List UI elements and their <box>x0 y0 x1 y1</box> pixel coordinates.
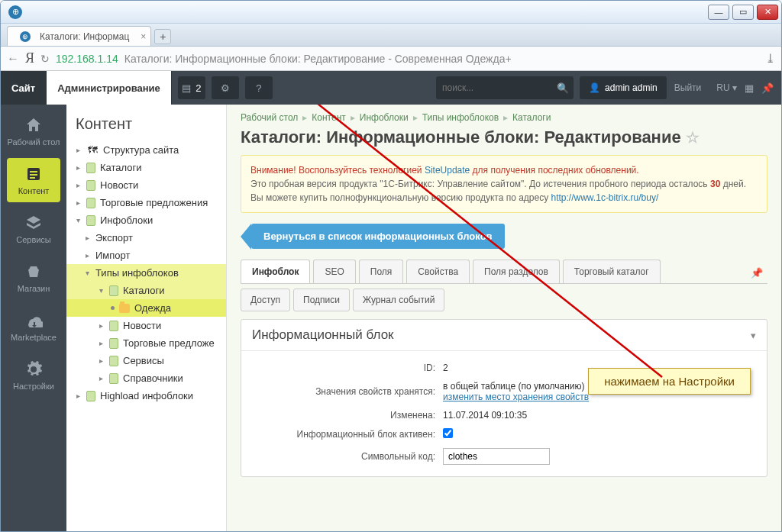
folder-icon <box>119 304 130 313</box>
chat-icon: ▤ <box>182 82 191 94</box>
iblock-panel: Информационный блок ▾ ID:2 Значения свой… <box>241 319 767 477</box>
gear-icon: ⚙ <box>221 82 230 94</box>
admin-topbar: Сайт Администрирование ▤ 2 ⚙ ? 🔍 👤 admin… <box>1 71 781 105</box>
browser-tab[interactable]: ⊕ Каталоги: Информац × <box>7 26 151 46</box>
notifications-button[interactable]: ▤ 2 <box>178 76 205 99</box>
svg-rect-3 <box>30 177 35 179</box>
mode-admin-button[interactable]: Администрирование <box>47 71 172 105</box>
cloud-download-icon <box>24 311 43 330</box>
tree-title: Контент <box>66 112 226 140</box>
tab-properties[interactable]: Свойства <box>406 260 470 283</box>
page-title: Каталоги: Информационные блоки: Редактир… <box>241 127 767 147</box>
back-arrow-icon[interactable]: ← <box>7 52 19 66</box>
tree-item-export[interactable]: ▸Экспорт <box>66 229 226 247</box>
rail-item-services[interactable]: Сервисы <box>7 207 60 251</box>
rail-item-settings[interactable]: Настройки <box>7 353 60 398</box>
basket-icon <box>24 263 43 281</box>
field-modified-value: 11.07.2014 09:10:35 <box>443 410 527 421</box>
reload-icon[interactable]: ↻ <box>40 53 50 65</box>
annotation-callout: нажимаем на Настройки <box>588 368 751 395</box>
mode-site-button[interactable]: Сайт <box>1 71 47 105</box>
tree-item-structure[interactable]: ▸🗺Структура сайта <box>66 140 226 159</box>
panel-heading: Информационный блок <box>252 327 394 343</box>
doc-icon <box>86 163 95 173</box>
search-input[interactable] <box>442 82 557 93</box>
tree-item-type-ref[interactable]: ▸Справочники <box>66 369 226 387</box>
address-host[interactable]: 192.168.1.14 <box>56 53 118 65</box>
rail-item-desktop[interactable]: Рабочий стол <box>7 109 60 153</box>
tree-item-type-services[interactable]: ▸Сервисы <box>66 352 226 369</box>
admin-search[interactable]: 🔍 <box>436 76 574 99</box>
help-button[interactable]: ? <box>245 76 273 99</box>
favicon-icon: ⊕ <box>20 31 31 42</box>
tree-item-type-offers[interactable]: ▸Торговые предложе <box>66 334 226 352</box>
crumb-link[interactable]: Контент <box>312 112 345 123</box>
doc-icon <box>109 285 118 296</box>
window-close-button[interactable]: ✕ <box>757 5 778 20</box>
tree-item-offers[interactable]: ▸Торговые предложения <box>66 194 226 211</box>
buy-link[interactable]: http://www.1c-bitrix.ru/buy/ <box>551 192 659 203</box>
doc-icon <box>86 391 95 401</box>
new-tab-button[interactable]: + <box>154 29 171 44</box>
home-icon <box>24 116 43 134</box>
sitemap-icon: 🗺 <box>86 143 99 156</box>
svg-rect-2 <box>30 174 37 176</box>
doc-icon <box>109 321 118 331</box>
tabs-secondary: Доступ Подписи Журнал событий <box>241 289 767 311</box>
lang-switch[interactable]: RU ▾ <box>709 82 745 93</box>
user-menu-button[interactable]: 👤 admin admin <box>580 76 667 99</box>
crumb-link[interactable]: Каталоги <box>512 112 551 123</box>
tab-trade-catalog[interactable]: Торговый каталог <box>563 260 661 283</box>
back-to-list-button[interactable]: Вернуться в список информационных блоков <box>251 224 505 249</box>
tab-iblock[interactable]: Инфоблок <box>241 260 310 283</box>
tab-captions[interactable]: Подписи <box>293 289 350 311</box>
rail-item-content[interactable]: Контент <box>7 158 60 202</box>
tree-item-news[interactable]: ▸Новости <box>66 176 226 194</box>
crumb-link[interactable]: Рабочий стол <box>241 112 298 123</box>
layers-icon <box>24 214 43 232</box>
collapse-icon[interactable]: ▾ <box>751 330 756 341</box>
tab-close-icon[interactable]: × <box>141 31 146 42</box>
yandex-logo-icon[interactable]: Я <box>25 50 34 66</box>
main-content: Рабочий стол▸ Контент▸ Инфоблоки▸ Типы и… <box>227 105 781 532</box>
rail-item-marketplace[interactable]: Marketplace <box>7 305 60 349</box>
window-titlebar: ⊕ — ▭ ✕ <box>1 1 781 24</box>
change-storage-link[interactable]: изменить место хранения свойств <box>443 392 589 402</box>
calendar-icon[interactable]: ▦ <box>745 82 754 94</box>
doc-icon <box>109 356 118 366</box>
active-checkbox[interactable] <box>443 428 453 438</box>
tree-item-iblock-types[interactable]: ▾Типы инфоблоков <box>66 264 226 282</box>
doc-icon <box>86 198 95 208</box>
trial-notice: Внимание! Воспользуйтесь технологией Sit… <box>241 155 767 213</box>
notifications-count: 2 <box>196 82 201 94</box>
tab-access[interactable]: Доступ <box>241 289 290 311</box>
tree-item-type-news[interactable]: ▸Новости <box>66 317 226 334</box>
crumb-link[interactable]: Типы инфоблоков <box>422 112 499 123</box>
tab-seo[interactable]: SEO <box>313 260 355 283</box>
tab-event-log[interactable]: Журнал событий <box>353 289 444 311</box>
crumb-link[interactable]: Инфоблоки <box>360 112 409 123</box>
download-icon[interactable]: ⤓ <box>765 51 775 66</box>
settings-gear-button[interactable]: ⚙ <box>212 76 239 99</box>
tree-item-highload[interactable]: ▸Highload инфоблоки <box>66 387 226 405</box>
left-rail: Рабочий стол Контент Сервисы Магазин Mar… <box>1 105 66 532</box>
tab-fields[interactable]: Поля <box>359 260 404 283</box>
pin-icon[interactable]: 📌 <box>761 82 774 94</box>
favorite-star-icon[interactable]: ☆ <box>686 129 700 146</box>
svg-rect-1 <box>30 171 37 172</box>
tab-section-fields[interactable]: Поля разделов <box>473 260 560 283</box>
tree-item-clothes[interactable]: Одежда <box>66 299 226 317</box>
tree-item-iblocks[interactable]: ▾Инфоблоки <box>66 211 226 229</box>
window-minimize-button[interactable]: — <box>708 5 729 20</box>
tree-item-import[interactable]: ▸Импорт <box>66 247 226 264</box>
window-maximize-button[interactable]: ▭ <box>732 5 754 20</box>
tree-item-catalogs[interactable]: ▸Каталоги <box>66 159 226 176</box>
symbolic-code-input[interactable] <box>443 448 550 465</box>
siteupdate-link[interactable]: SiteUpdate <box>425 165 470 176</box>
browser-addressbar: ← Я ↻ 192.168.1.14 Каталоги: Информацион… <box>1 47 781 71</box>
tree-item-type-catalogs[interactable]: ▾Каталоги <box>66 282 226 299</box>
rail-item-shop[interactable]: Магазин <box>7 256 60 300</box>
search-icon: 🔍 <box>557 82 569 94</box>
pin-tabs-icon[interactable]: 📌 <box>746 263 767 283</box>
logout-button[interactable]: Выйти <box>667 82 709 93</box>
